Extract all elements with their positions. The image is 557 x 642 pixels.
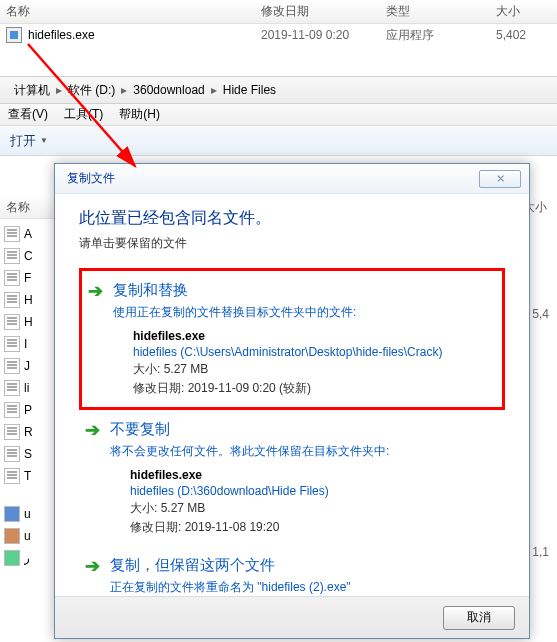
list-item[interactable]: H: [4, 311, 60, 333]
dropdown-icon: ▼: [40, 136, 48, 145]
column-headers: 名称 修改日期 类型 大小: [0, 0, 557, 24]
option2-date: 修改日期: 2019-11-08 19:20: [130, 519, 499, 536]
option1-path: hidefiles (C:\Users\Administrator\Deskto…: [133, 345, 496, 359]
dialog-heading: 此位置已经包含同名文件。: [79, 208, 505, 229]
breadcrumb: 计算机▸ 软件 (D:)▸ 360download▸ Hide Files: [4, 82, 276, 99]
dialog-title: 复制文件: [67, 170, 115, 187]
close-icon: ⤬: [496, 172, 505, 185]
list-item[interactable]: J: [4, 355, 60, 377]
option1-filename: hidefiles.exe: [133, 329, 496, 343]
file-icon: [4, 292, 20, 308]
list-item[interactable]: u: [4, 503, 60, 525]
folder-icon: [4, 550, 20, 566]
col-name[interactable]: 名称: [6, 3, 261, 20]
option1-title: 复制和替换: [113, 281, 496, 300]
option2-title: 不要复制: [110, 420, 499, 439]
menu-bar: 查看(V) 工具(T) 帮助(H): [0, 104, 557, 126]
file-icon: [4, 446, 20, 462]
bc-folder1[interactable]: 360download: [133, 83, 204, 97]
cancel-button[interactable]: 取消: [443, 606, 515, 630]
copy-file-dialog: 复制文件 ⤬ 此位置已经包含同名文件。 请单击要保留的文件 ➔ 复制和替换 使用…: [54, 163, 530, 639]
list-item[interactable]: C: [4, 245, 60, 267]
dialog-titlebar[interactable]: 复制文件 ⤬: [55, 164, 529, 194]
file-name: hidefiles.exe: [28, 28, 261, 42]
file-row[interactable]: hidefiles.exe 2019-11-09 0:20 应用程序 5,402: [0, 24, 557, 46]
exe-icon: [6, 27, 22, 43]
col-name-2[interactable]: 名称: [0, 195, 60, 219]
list-item[interactable]: F: [4, 267, 60, 289]
address-bar[interactable]: 计算机▸ 软件 (D:)▸ 360download▸ Hide Files: [0, 76, 557, 104]
file-icon: [4, 226, 20, 242]
file-icon: [4, 270, 20, 286]
arrow-right-icon: ➔: [88, 281, 103, 399]
list-item[interactable]: T: [4, 465, 60, 487]
bc-drive[interactable]: 软件 (D:): [68, 82, 115, 99]
list-item[interactable]: u: [4, 525, 60, 547]
size-val-2: 1,1: [532, 545, 549, 559]
option-dont-copy[interactable]: ➔ 不要复制 将不会更改任何文件。将此文件保留在目标文件夹中: hidefile…: [79, 410, 505, 546]
chevron-right-icon: ▸: [211, 83, 217, 97]
file-size: 5,402: [496, 28, 526, 42]
menu-view[interactable]: 查看(V): [0, 106, 56, 123]
col-size[interactable]: 大小: [496, 3, 520, 20]
dialog-subtitle: 请单击要保留的文件: [79, 235, 505, 252]
file-icon: [4, 336, 20, 352]
option2-filename: hidefiles.exe: [130, 468, 499, 482]
file-icon: [4, 402, 20, 418]
option1-size: 大小: 5.27 MB: [133, 361, 496, 378]
dialog-footer: 取消: [55, 596, 529, 638]
option2-path: hidefiles (D:\360download\Hide Files): [130, 484, 499, 498]
bc-folder2[interactable]: Hide Files: [223, 83, 276, 97]
list-item[interactable]: A: [4, 223, 60, 245]
bc-computer[interactable]: 计算机: [14, 82, 50, 99]
menu-help[interactable]: 帮助(H): [111, 106, 168, 123]
file-icon: [4, 424, 20, 440]
file-icon: [4, 358, 20, 374]
option3-title: 复制，但保留这两个文件: [110, 556, 499, 575]
chevron-right-icon: ▸: [121, 83, 127, 97]
file-icon: [4, 380, 20, 396]
option1-desc: 使用正在复制的文件替换目标文件夹中的文件:: [113, 304, 496, 321]
option3-desc: 正在复制的文件将重命名为 "hidefiles (2).exe": [110, 579, 499, 596]
folder-icon: [4, 528, 20, 544]
file-icon: [4, 248, 20, 264]
chevron-right-icon: ▸: [56, 83, 62, 97]
list-item[interactable]: li: [4, 377, 60, 399]
col-date[interactable]: 修改日期: [261, 3, 386, 20]
menu-tools[interactable]: 工具(T): [56, 106, 111, 123]
file-list-left: A C F H H I J li P R S T u u ر: [0, 219, 60, 569]
arrow-right-icon: ➔: [85, 420, 100, 538]
folder-icon: [4, 506, 20, 522]
option1-date: 修改日期: 2019-11-09 0:20 (较新): [133, 380, 496, 397]
file-icon: [4, 468, 20, 484]
option2-desc: 将不会更改任何文件。将此文件保留在目标文件夹中:: [110, 443, 499, 460]
list-item[interactable]: R: [4, 421, 60, 443]
list-item[interactable]: ر: [4, 547, 60, 569]
open-button[interactable]: 打开 ▼: [0, 132, 58, 150]
list-item[interactable]: S: [4, 443, 60, 465]
file-type: 应用程序: [386, 27, 496, 44]
file-icon: [4, 314, 20, 330]
col-type[interactable]: 类型: [386, 3, 496, 20]
open-label: 打开: [10, 132, 36, 150]
option2-size: 大小: 5.27 MB: [130, 500, 499, 517]
file-date: 2019-11-09 0:20: [261, 28, 386, 42]
list-item[interactable]: H: [4, 289, 60, 311]
list-item[interactable]: I: [4, 333, 60, 355]
option-copy-replace[interactable]: ➔ 复制和替换 使用正在复制的文件替换目标文件夹中的文件: hidefiles.…: [79, 268, 505, 410]
list-item[interactable]: P: [4, 399, 60, 421]
close-button[interactable]: ⤬: [479, 170, 521, 188]
toolbar: 打开 ▼: [0, 126, 557, 156]
size-val-1: 5,4: [532, 307, 549, 321]
